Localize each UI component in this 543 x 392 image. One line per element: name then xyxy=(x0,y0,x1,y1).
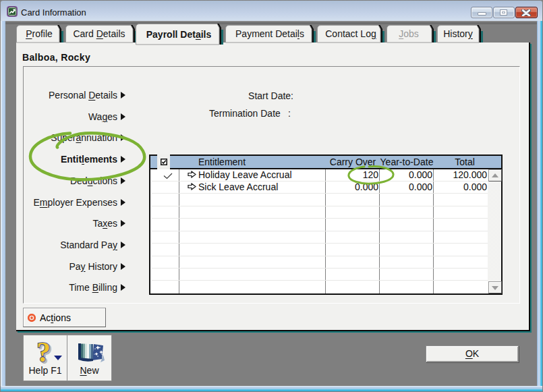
svg-text:?: ? xyxy=(36,339,51,368)
